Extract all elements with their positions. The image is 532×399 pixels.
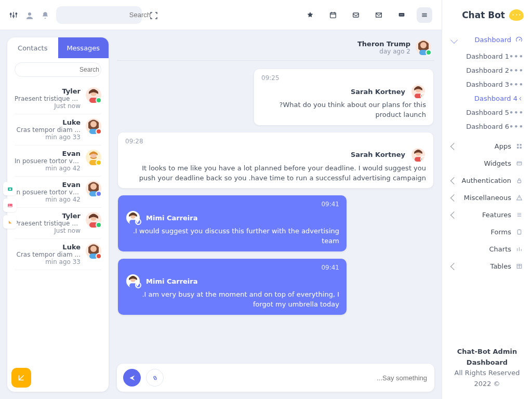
nav-label: Dashboard [474,36,511,44]
menu-icon[interactable] [417,7,432,23]
float-image-icon[interactable] [3,198,17,212]
nav-tables[interactable]: Tables [450,258,524,275]
nav-label: Authentication [462,177,511,184]
contact-name: Luke [15,243,81,251]
chat-pane: Theron Trump day ago 2 09:25 Sarah Kortn… [117,37,434,392]
message-time: 09:25 [261,74,426,82]
subnav-dashboard-6[interactable]: Dashboard 6••• [450,119,524,134]
lock-icon [515,177,523,184]
contact-snippet: Cras tempor diam ... [15,126,81,134]
contact-item[interactable]: Tyler Praesent tristique diam... Just no… [15,208,101,239]
contact-name: Luke [15,118,81,126]
float-camera-icon[interactable] [3,182,17,195]
composer-input[interactable] [169,374,428,382]
nav-auth[interactable]: Authentication [450,172,524,189]
nav-forms[interactable]: Forms [450,223,524,241]
chat-header: Theron Trump day ago 2 [117,37,434,61]
float-export-icon[interactable] [3,215,17,229]
subnav-label: Dashboard 3 [450,81,509,88]
composer [117,364,434,392]
bell-icon[interactable] [41,11,49,19]
svg-rect-30 [517,180,521,183]
contact-item[interactable]: Luke Cras tempor diam ... min ago 33 [15,239,101,270]
message-in: 09:25 Sarah Kortney ?What do you think a… [254,69,433,125]
send-button[interactable] [123,369,141,387]
message-body: It looks to me like you have a lot plann… [125,164,426,183]
tab-messages[interactable]: Messages [58,37,109,58]
contact-time: Just now [15,227,81,234]
svg-point-16 [28,12,31,16]
message-body: .I am very busy at the moment and on top… [125,290,339,310]
attach-button[interactable] [146,369,164,387]
nav-label: Features [482,211,511,219]
user-icon[interactable] [25,11,33,19]
contact-name: Evan [15,181,81,189]
scan-icon[interactable] [149,11,157,19]
contacts-search-input[interactable] [20,65,100,74]
subnav-dashboard-5[interactable]: Dashboard 5••• [450,105,524,119]
clipboard-icon [515,229,523,236]
nav-misc[interactable]: Miscellaneous [450,189,524,206]
star-icon[interactable] [302,7,318,23]
contact-name: Tyler [15,212,81,220]
list-icon [515,211,523,219]
settings-sliders-icon[interactable] [9,11,18,19]
avatar [86,87,101,103]
mail-icon[interactable] [371,7,387,23]
svg-point-23 [402,14,403,15]
svg-point-21 [400,14,401,15]
dashboard-submenu: Dashboard 1•••Dashboard 2•••Dashboard 3•… [450,49,524,134]
tab-contacts[interactable]: Contacts [7,37,58,58]
subnav-dashboard-3[interactable]: Dashboard 3••• [450,77,524,91]
avatar [410,148,426,162]
message-in: 09:28 Sarah Kortney It looks to me like … [118,132,433,189]
subnav-label: Dashboard 5 [450,109,509,116]
top-search-input[interactable] [62,10,152,19]
svg-rect-29 [517,162,522,165]
contact-item[interactable]: Evan In posuere tortor vel... min ago 42 [15,177,101,208]
dots-icon: ••• [509,123,524,130]
svg-point-34 [9,188,10,190]
peer-name: Theron Trump [357,40,410,48]
subnav-dashboard-4[interactable]: Dashboard 4 [450,91,524,105]
brand-name: Chat Bot [462,10,505,20]
dots-icon: ••• [509,66,524,74]
arrow-left-icon [517,96,524,102]
svg-point-36 [9,204,10,205]
contact-item[interactable]: Tyler Praesent tristique diam... Just no… [15,83,101,114]
gauge-icon [515,36,523,44]
inbox-icon[interactable] [348,7,364,23]
message-out: 09:41 Mimi Carreira .I would suggest you… [118,195,347,251]
contact-item[interactable]: Evan In posuere tortor vel... min ago 42 [15,145,101,177]
svg-rect-31 [517,230,521,234]
grid-icon [515,143,523,150]
messages-icon[interactable] [394,7,409,23]
nav-widgets[interactable]: Widgets [450,155,524,172]
message-author: Sarah Kortney [351,88,405,96]
message-body: ?What do you think about our plans for t… [261,100,426,120]
support-fab[interactable] [11,368,31,388]
nav-dashboard[interactable]: Dashboard [450,31,524,48]
nav-apps[interactable]: Apps [450,138,524,155]
nav-features[interactable]: Features [450,206,524,223]
dots-icon: ••• [509,109,524,116]
contacts-search[interactable] [15,62,101,77]
contact-time: min ago 33 [15,258,81,265]
brand[interactable]: Chat Bot [450,9,524,21]
calendar-icon[interactable] [325,7,341,23]
contact-name: Evan [15,150,81,157]
contact-time: min ago 33 [15,134,81,141]
peer-avatar[interactable] [416,39,431,55]
message-out: 09:41 Mimi Carreira .I am very busy at t… [118,259,347,315]
svg-rect-27 [517,147,518,149]
nav-charts[interactable]: Charts [450,241,524,258]
peer-last-seen: day ago 2 [357,48,410,55]
subnav-label: Dashboard 6 [450,123,509,130]
subnav-dashboard-1[interactable]: Dashboard 1••• [450,49,524,63]
avatar [125,274,141,288]
subnav-dashboard-2[interactable]: Dashboard 2••• [450,63,524,77]
svg-rect-26 [520,144,521,145]
contact-item[interactable]: Luke Cras tempor diam ... min ago 33 [15,114,101,145]
top-search[interactable] [56,6,142,24]
card-icon [515,160,523,167]
